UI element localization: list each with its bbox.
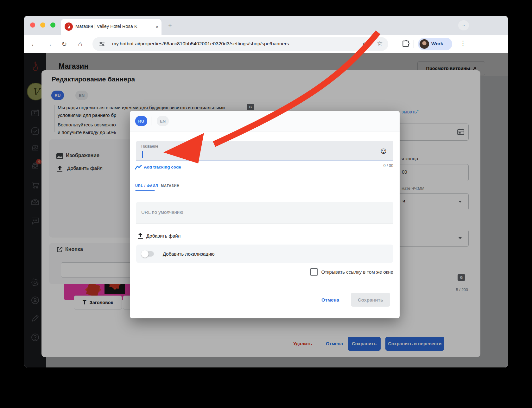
- reload-icon[interactable]: ↻: [60, 39, 69, 49]
- banner-item-dialog: RU EN Название ☺ 0 / 30 Add tracking cod…: [130, 111, 400, 318]
- same-window-checkbox[interactable]: [310, 268, 318, 276]
- tab-search-chevron-icon[interactable]: ⌄: [458, 20, 469, 30]
- default-url-placeholder: URL по умолчанию: [141, 209, 183, 215]
- browser-window: Магазин | Valley Hotel Rosa K × + ⌄ ← → …: [24, 16, 508, 367]
- add-tracking-code-link[interactable]: Add tracking code: [144, 165, 181, 169]
- tracking-chart-icon: [135, 165, 142, 170]
- page-content: V 4: [24, 53, 508, 367]
- dialog-lang-ru-tab[interactable]: RU: [135, 116, 147, 126]
- localization-toggle[interactable]: [142, 251, 154, 257]
- name-char-counter: 0 / 30: [358, 163, 393, 168]
- dialog-header: RU EN: [130, 111, 400, 131]
- tab-shop[interactable]: МАГАЗИН: [161, 184, 180, 188]
- localization-toggle-row: Добавить локализацию: [136, 245, 393, 263]
- browser-menu-icon[interactable]: ⋮: [460, 39, 466, 47]
- name-input[interactable]: Название ☺: [136, 141, 393, 161]
- emoji-picker-icon[interactable]: ☺: [377, 145, 390, 157]
- zoom-window-button[interactable]: [50, 22, 55, 28]
- password-key-icon[interactable]: [362, 41, 370, 48]
- minimize-window-button[interactable]: [40, 22, 45, 28]
- default-url-input[interactable]: URL по умолчанию: [136, 202, 393, 224]
- tab-url-file[interactable]: URL / ФАЙЛ: [135, 184, 158, 188]
- tab-strip: Магазин | Valley Hotel Rosa K × + ⌄: [24, 16, 508, 35]
- tab-title: Магазин | Valley Hotel Rosa K: [75, 24, 151, 29]
- upload-icon: [137, 233, 144, 239]
- lang-divider: [151, 117, 151, 125]
- active-tab-underline: [135, 190, 155, 191]
- dialog-save-button[interactable]: Сохранить: [351, 293, 390, 307]
- dialog-add-file-button[interactable]: Добавить файл: [146, 233, 180, 239]
- hotbot-favicon-icon: [65, 22, 73, 31]
- new-tab-button[interactable]: +: [166, 21, 174, 29]
- site-settings-icon[interactable]: [99, 41, 105, 47]
- profile-name: Work: [431, 41, 443, 46]
- localization-toggle-label: Добавить локализацию: [163, 251, 215, 257]
- toolbar-divider: [414, 40, 414, 48]
- same-window-label: Открывать ссылку в том же окне: [321, 269, 393, 275]
- home-icon[interactable]: ⌂: [75, 39, 85, 49]
- browser-toolbar: ← → ↻ ⌂ my.hotbot.ai/properties/66acc810…: [24, 35, 508, 53]
- profile-avatar: [420, 39, 429, 49]
- bookmark-star-icon[interactable]: ☆: [377, 40, 383, 47]
- same-window-row: Открывать ссылку в том же окне: [130, 268, 393, 276]
- back-icon[interactable]: ←: [29, 39, 39, 49]
- browser-tab[interactable]: Магазин | Valley Hotel Rosa K ×: [61, 19, 162, 35]
- tab-close-icon[interactable]: ×: [153, 23, 161, 31]
- profile-chip[interactable]: Work: [418, 38, 452, 50]
- name-input-label: Название: [141, 144, 158, 149]
- extensions-puzzle-icon[interactable]: [402, 40, 410, 48]
- forward-icon[interactable]: →: [44, 39, 54, 49]
- close-window-button[interactable]: [30, 22, 35, 28]
- dialog-lang-en-tab[interactable]: EN: [157, 116, 169, 126]
- text-cursor: [142, 151, 143, 158]
- address-bar[interactable]: my.hotbot.ai/properties/66acc810bb540200…: [92, 37, 388, 51]
- toggle-knob: [141, 250, 149, 258]
- dialog-cancel-button[interactable]: Отмена: [317, 293, 343, 307]
- url-text: my.hotbot.ai/properties/66acc810bb540200…: [112, 41, 289, 47]
